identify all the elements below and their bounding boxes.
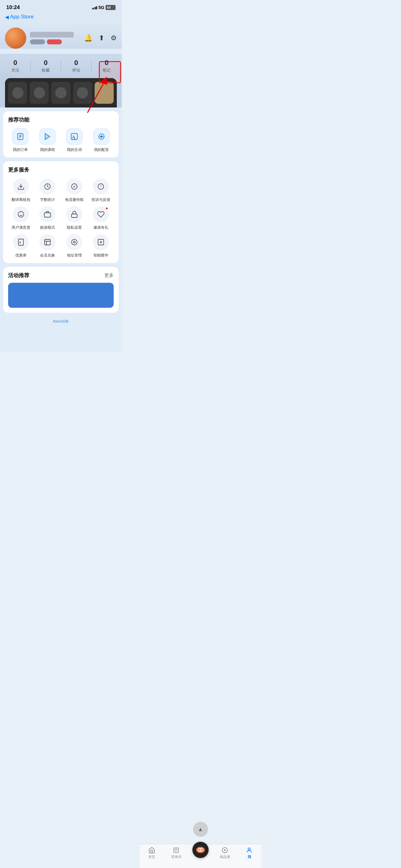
service-item-字数统计[interactable]: 字数统计: [35, 178, 61, 203]
profile-name-blur: [30, 32, 74, 37]
service-label: 会员兑换: [40, 253, 55, 258]
service-icon: ¥: [13, 234, 29, 250]
banner-item-2: [30, 82, 49, 104]
svg-rect-24: [45, 239, 50, 245]
service-label: 隐私设置: [67, 225, 82, 230]
service-icon: [93, 178, 109, 195]
service-icon: [93, 234, 109, 250]
service-item-投诉与反馈[interactable]: 投诉与反馈: [89, 178, 114, 203]
battery-indicator: 64: [106, 5, 115, 10]
profile-info: [30, 32, 74, 44]
service-item-地址管理[interactable]: 地址管理: [62, 234, 87, 258]
profile-left: [5, 28, 74, 49]
stat-item[interactable]: 0 关注: [0, 59, 31, 73]
service-icon: [39, 206, 56, 222]
service-item-优惠券[interactable]: ¥ 优惠券: [8, 234, 34, 258]
stat-number: 0: [13, 59, 17, 67]
notification-dot: [105, 207, 108, 210]
banner-item-1: [8, 82, 27, 104]
featured-section: 推荐功能 我的订单 我的课程A 我的生词 我的配音: [3, 111, 119, 157]
stat-item[interactable]: 0 收藏: [31, 59, 61, 73]
stat-label: 收藏: [41, 67, 49, 73]
featured-title: 推荐功能: [8, 116, 114, 123]
service-item-翻译离线包[interactable]: 翻译离线包: [8, 178, 34, 203]
svg-text:A: A: [72, 134, 76, 140]
services-title: 更多服务: [8, 166, 114, 174]
feature-icon: [39, 128, 56, 145]
stat-number: 0: [74, 59, 78, 67]
stat-number: 0: [105, 59, 108, 67]
stat-item[interactable]: 0 评论: [61, 59, 92, 73]
service-label: 免流量特权: [65, 197, 84, 203]
share-icon[interactable]: ⬆: [99, 34, 104, 42]
stat-label: 关注: [11, 67, 20, 73]
feature-item[interactable]: A 我的生词: [62, 128, 87, 153]
settings-icon[interactable]: ⚙: [110, 34, 117, 42]
banner-item-5: [95, 82, 114, 104]
service-item-邀请有礼[interactable]: 邀请有礼: [89, 206, 114, 230]
service-icon: [39, 178, 56, 195]
svg-rect-20: [44, 213, 51, 217]
activity-section: 活动推荐 更多: [3, 267, 119, 313]
service-item-用户满意度[interactable]: 用户满意度: [8, 206, 34, 230]
dark-banner: [5, 78, 117, 107]
feature-item[interactable]: 我的配音: [89, 128, 114, 153]
svg-marker-4: [45, 133, 49, 140]
bell-icon[interactable]: 🔔: [84, 34, 93, 42]
battery-level: 64: [107, 6, 110, 9]
service-label: 优惠券: [15, 253, 27, 258]
service-icon: [13, 206, 29, 222]
service-label: 翻译离线包: [11, 197, 30, 203]
service-item-免流量特权[interactable]: 免流量特权: [62, 178, 87, 203]
service-item-隐私设置[interactable]: 隐私设置: [62, 206, 87, 230]
banner-item-4: [73, 82, 92, 104]
signal-icon: [92, 6, 97, 9]
activity-banner: [8, 283, 114, 308]
header-icons: 🔔 ⬆ ⚙: [84, 34, 117, 42]
svg-rect-21: [71, 214, 77, 217]
profile-header: 🔔 ⬆ ⚙: [0, 23, 122, 49]
activity-more[interactable]: 更多: [104, 273, 114, 278]
service-icon: [66, 234, 82, 250]
status-right: 5G 64: [92, 5, 115, 10]
feature-item[interactable]: 我的订单: [8, 128, 33, 153]
feature-label: 我的生词: [67, 147, 82, 153]
status-time: 10:24: [6, 4, 20, 11]
svg-point-26: [71, 239, 77, 245]
service-label: 投诉与反馈: [92, 197, 110, 203]
feature-label: 我的订单: [13, 147, 28, 153]
activity-header: 活动推荐 更多: [8, 272, 114, 279]
back-label: App Store: [10, 14, 34, 20]
service-item-智能硬件[interactable]: 智能硬件: [89, 234, 114, 258]
svg-point-17: [18, 212, 24, 217]
status-bar: 10:24 5G 64: [0, 0, 122, 12]
services-grid: 翻译离线包 字数统计 免流量特权 投诉与反馈 用户满意度 旅游模式 隐私设置 邀…: [8, 178, 114, 258]
stat-item[interactable]: 0 笔记: [92, 59, 122, 73]
feature-icon: A: [66, 128, 82, 145]
profile-badges: [30, 39, 74, 44]
badge-vip: [47, 39, 62, 44]
stat-number: 0: [44, 59, 47, 67]
svg-point-25: [73, 241, 75, 243]
activity-title: 活动推荐: [8, 272, 29, 279]
feature-item[interactable]: 我的课程: [35, 128, 60, 153]
service-icon: [66, 206, 82, 222]
feature-label: 我的配音: [94, 147, 109, 153]
badge-level: [30, 39, 45, 44]
service-item-旅游模式[interactable]: 旅游模式: [35, 206, 61, 230]
back-arrow-icon: ◀: [5, 14, 9, 20]
service-label: 字数统计: [40, 197, 55, 203]
services-section: 更多服务 翻译离线包 字数统计 免流量特权 投诉与反馈 用户满意度 旅游模式 隐…: [3, 161, 119, 263]
feature-icon: [12, 128, 28, 145]
service-label: 邀请有礼: [93, 225, 108, 230]
avatar[interactable]: [5, 28, 26, 49]
feature-icon: [93, 128, 110, 145]
service-item-会员兑换[interactable]: 会员兑换: [35, 234, 61, 258]
service-icon: [93, 206, 109, 222]
feature-label: 我的课程: [40, 147, 55, 153]
service-label: 地址管理: [67, 253, 82, 258]
stats-row: 0 关注0 收藏0 评论0 笔记: [0, 54, 122, 78]
service-label: 智能硬件: [93, 253, 108, 258]
service-icon: [66, 178, 82, 195]
back-nav[interactable]: ◀ App Store: [0, 12, 122, 23]
